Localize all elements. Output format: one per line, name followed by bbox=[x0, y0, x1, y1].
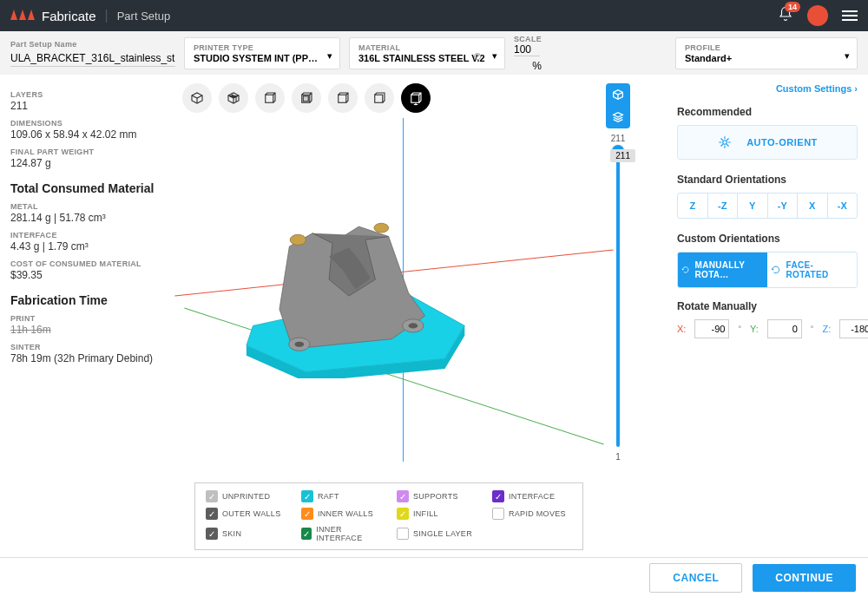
svg-rect-5 bbox=[411, 95, 419, 102]
legend-raft[interactable]: ✓RAFT bbox=[301, 490, 381, 502]
view-box1-button[interactable] bbox=[255, 83, 285, 113]
metal-value: 281.14 g | 51.78 cm³ bbox=[10, 212, 163, 224]
legend-single-layer[interactable]: SINGLE LAYER bbox=[397, 525, 477, 542]
svg-point-11 bbox=[408, 323, 418, 328]
legend-outer-walls[interactable]: ✓OUTER WALLS bbox=[206, 508, 286, 520]
legend-supports[interactable]: ✓SUPPORTS bbox=[397, 490, 477, 502]
sinter-time-value: 78h 19m (32h Primary Debind) bbox=[10, 352, 163, 364]
legend-skin[interactable]: ✓SKIN bbox=[206, 525, 286, 542]
chevron-down-icon: ▾ bbox=[327, 50, 332, 62]
footer: CANCEL CONTINUE bbox=[0, 557, 868, 597]
legend-infill[interactable]: ✓INFILL bbox=[397, 508, 477, 520]
recommended-heading: Recommended bbox=[677, 106, 858, 118]
orientation-panel: Custom Settings › Recommended AUTO-ORIEN… bbox=[667, 75, 868, 557]
no-material-icon: ⊘ bbox=[473, 50, 482, 62]
std-orient-buttons: Z -Z Y -Y X -X bbox=[677, 193, 858, 219]
slider-mode-toggle[interactable] bbox=[606, 83, 630, 128]
layers-icon[interactable] bbox=[606, 106, 630, 128]
scale-input[interactable] bbox=[514, 43, 540, 56]
svg-rect-2 bbox=[303, 96, 308, 102]
rotate-icon bbox=[771, 265, 781, 275]
std-orient-heading: Standard Orientations bbox=[677, 174, 858, 186]
orient-neg-z[interactable]: -Z bbox=[707, 194, 738, 218]
custom-orient-heading: Custom Orientations bbox=[677, 233, 858, 245]
rot-x-input[interactable] bbox=[694, 319, 729, 338]
custom-settings-link[interactable]: Custom Settings › bbox=[677, 83, 858, 94]
scale-unit: % bbox=[532, 60, 542, 74]
svg-point-6 bbox=[290, 234, 306, 245]
rotate-manual-heading: Rotate Manually bbox=[677, 300, 858, 312]
view-box2-button[interactable] bbox=[292, 83, 321, 113]
cancel-button[interactable]: CANCEL bbox=[649, 563, 742, 593]
scale-label: SCALE bbox=[514, 35, 542, 43]
legend-rapid-moves[interactable]: RAPID MOVES bbox=[492, 508, 572, 520]
divider: | bbox=[105, 8, 108, 23]
legend-inner-interface[interactable]: ✓INNER INTERFACE bbox=[301, 525, 381, 542]
view-box4-button[interactable] bbox=[365, 83, 394, 113]
orient-x[interactable]: X bbox=[797, 194, 827, 218]
continue-button[interactable]: CONTINUE bbox=[753, 564, 856, 592]
chevron-down-icon: ▾ bbox=[492, 50, 497, 62]
config-bar: Part Setup Name PRINTER TYPE STUDIO SYST… bbox=[0, 31, 868, 75]
slider-value-chip: 211 bbox=[610, 149, 635, 162]
svg-point-7 bbox=[374, 223, 389, 233]
info-panel: LAYERS 211 DIMENSIONS 109.06 x 58.94 x 4… bbox=[0, 75, 174, 557]
svg-rect-4 bbox=[375, 95, 383, 102]
dimensions-value: 109.06 x 58.94 x 42.02 mm bbox=[10, 128, 163, 141]
menu-button[interactable] bbox=[842, 10, 858, 21]
layer-slider[interactable] bbox=[616, 148, 620, 447]
user-avatar[interactable] bbox=[807, 5, 828, 26]
svg-rect-0 bbox=[266, 95, 273, 102]
legend-interface[interactable]: ✓INTERFACE bbox=[492, 490, 572, 502]
print-time-value: 11h 16m bbox=[10, 324, 163, 336]
rot-z-input[interactable] bbox=[839, 319, 868, 338]
cost-value: $39.35 bbox=[10, 269, 163, 281]
slider-max: 211 bbox=[611, 134, 626, 143]
part-model[interactable] bbox=[227, 194, 491, 378]
weight-value: 124.87 g bbox=[10, 157, 163, 169]
fabtime-heading: Fabrication Time bbox=[10, 293, 163, 307]
app-name: Fabricate bbox=[42, 9, 96, 23]
orient-y[interactable]: Y bbox=[737, 194, 767, 218]
orient-neg-y[interactable]: -Y bbox=[767, 194, 798, 218]
3d-viewer[interactable]: 211 1 211 ✓UNPRINTED ✓RAFT ✓SUPPORTS ✓IN… bbox=[174, 75, 667, 557]
notifications-button[interactable]: 14 bbox=[778, 6, 793, 25]
orient-icon bbox=[717, 134, 733, 150]
material-select[interactable]: MATERIAL 316L STAINLESS STEEL V.2 ⊘ ▾ bbox=[349, 37, 505, 69]
orient-z[interactable]: Z bbox=[678, 194, 707, 218]
3d-canvas[interactable] bbox=[174, 118, 615, 462]
chevron-down-icon: ▾ bbox=[845, 50, 850, 62]
slider-min: 1 bbox=[615, 452, 621, 462]
svg-point-9 bbox=[294, 342, 304, 347]
profile-select[interactable]: PROFILE Standard+ ▾ bbox=[675, 37, 858, 69]
legend: ✓UNPRINTED ✓RAFT ✓SUPPORTS ✓INTERFACE ✓O… bbox=[194, 482, 583, 550]
auto-orient-button[interactable]: AUTO-ORIENT bbox=[677, 125, 858, 160]
view-active-button[interactable] bbox=[401, 83, 431, 113]
legend-inner-walls[interactable]: ✓INNER WALLS bbox=[301, 508, 381, 520]
layers-value: 211 bbox=[10, 100, 163, 112]
page-title: Part Setup bbox=[117, 10, 170, 23]
face-rotated-tab[interactable]: FACE-ROTATED bbox=[767, 253, 857, 287]
manually-rotated-tab[interactable]: MANUALLY ROTA… bbox=[678, 253, 767, 287]
rot-y-input[interactable] bbox=[767, 319, 802, 338]
interface-value: 4.43 g | 1.79 cm³ bbox=[10, 240, 163, 253]
part-name-label: Part Setup Name bbox=[10, 40, 175, 49]
cube-icon[interactable] bbox=[606, 83, 630, 106]
notification-badge: 14 bbox=[785, 2, 800, 12]
svg-point-12 bbox=[723, 141, 727, 145]
consumed-heading: Total Consumed Material bbox=[10, 181, 163, 195]
view-wire-button[interactable] bbox=[219, 83, 248, 113]
top-bar: Fabricate | Part Setup 14 bbox=[0, 0, 868, 31]
view-shaded-button[interactable] bbox=[182, 83, 212, 113]
brand-logo bbox=[10, 9, 35, 23]
orient-neg-x[interactable]: -X bbox=[827, 194, 858, 218]
legend-unprinted[interactable]: ✓UNPRINTED bbox=[206, 490, 286, 502]
view-box3-button[interactable] bbox=[328, 83, 358, 113]
printer-type-select[interactable]: PRINTER TYPE STUDIO SYSTEM INT (PP… ▾ bbox=[184, 37, 340, 69]
svg-rect-3 bbox=[339, 95, 346, 102]
part-name-input[interactable] bbox=[10, 50, 175, 67]
rotate-icon bbox=[681, 265, 690, 275]
